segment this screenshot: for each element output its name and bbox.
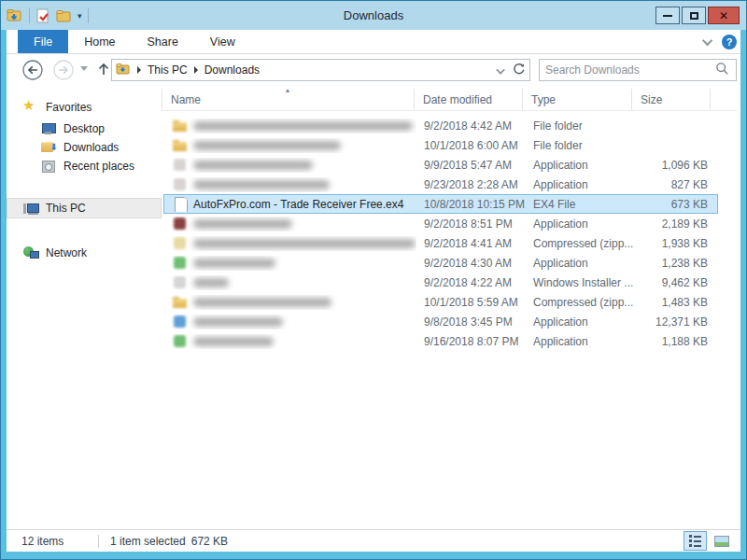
search-icon[interactable]: [715, 62, 729, 78]
type-cell: File folder: [526, 119, 636, 133]
folder-dl-icon: [41, 141, 56, 154]
application-icon: [172, 334, 190, 349]
forward-button[interactable]: [53, 60, 74, 80]
sidebar-item-label: Downloads: [63, 141, 119, 154]
size-cell: 827 KB: [636, 178, 715, 191]
tab-view[interactable]: View: [194, 30, 251, 53]
thumbnails-view-button[interactable]: [710, 531, 733, 551]
date-modified-cell: 9/16/2018 8:07 PM: [416, 335, 526, 348]
titlebar: ▾ Downloads ✕: [1, 1, 746, 30]
file-row[interactable]: 9/8/2018 3:45 PMApplication12,371 KB: [163, 312, 718, 331]
sidebar-item-recent-places[interactable]: Recent places: [7, 157, 162, 175]
date-modified-cell: 10/1/2018 6:00 AM: [416, 139, 526, 152]
type-cell: Application: [526, 335, 636, 348]
thumbnails-view-icon: [714, 536, 729, 547]
file-row[interactable]: 9/2/2018 4:30 AMApplication1,238 KB: [163, 253, 718, 273]
maximize-button[interactable]: [682, 7, 706, 24]
address-bar[interactable]: This PC Downloads: [111, 59, 530, 81]
file-row[interactable]: 9/9/2018 5:47 AMApplication1,096 KB: [163, 155, 718, 175]
back-button[interactable]: [22, 60, 43, 80]
sidebar-item-label: Desktop: [63, 122, 105, 135]
sidebar-item-this-pc[interactable]: This PC: [7, 198, 162, 218]
file-row[interactable]: 9/2/2018 4:22 AMWindows Installer ...9,4…: [163, 273, 718, 292]
column-header-label: Date modified: [423, 93, 492, 106]
date-modified-cell: 10/1/2018 5:59 AM: [416, 296, 526, 309]
file-row[interactable]: 9/23/2018 2:28 AMApplication827 KB: [163, 175, 718, 194]
sidebar-item-label: Favorites: [46, 101, 92, 114]
tab-home[interactable]: Home: [68, 30, 131, 53]
file-row[interactable]: 9/2/2018 4:42 AMFile folder: [163, 116, 718, 135]
sidebar-item-label: This PC: [46, 202, 86, 215]
file-row[interactable]: 10/1/2018 5:59 AMCompressed (zipp...1,48…: [163, 292, 718, 312]
column-header-size[interactable]: Size: [631, 89, 711, 110]
file-list-pane: ▲ Name Date modified Type Size 9/2/2018 …: [162, 85, 740, 529]
type-cell: Windows Installer ...: [526, 276, 636, 289]
recent-locations-chevron-icon[interactable]: [80, 66, 88, 71]
size-cell: 12,371 KB: [636, 315, 715, 329]
date-modified-cell: 9/9/2018 5:47 AM: [416, 159, 526, 172]
breadcrumb-arrow-icon[interactable]: [194, 66, 198, 74]
minimize-icon: [663, 15, 672, 17]
blurred-file-name: [193, 219, 292, 229]
star-icon: [23, 101, 38, 114]
file-row[interactable]: 10/1/2018 6:00 AMFile folder: [163, 135, 718, 155]
file-icon: [172, 197, 190, 212]
minimize-button[interactable]: [655, 7, 680, 24]
status-divider: [98, 535, 99, 548]
sidebar: FavoritesDesktopDownloadsRecent placesTh…: [7, 85, 162, 529]
folder-icon: [172, 295, 190, 310]
maximize-icon: [690, 12, 698, 20]
column-headers: ▲ Name Date modified Type Size: [162, 89, 737, 111]
column-header-type[interactable]: Type: [522, 89, 632, 110]
location-folder-icon: [116, 63, 131, 78]
breadcrumb-downloads[interactable]: Downloads: [204, 63, 260, 77]
file-name-cell: [163, 315, 416, 329]
file-name-cell: [163, 256, 416, 271]
file-row[interactable]: 9/16/2018 8:07 PMApplication1,188 KB: [163, 331, 718, 351]
close-icon: ✕: [719, 10, 728, 21]
blurred-file-name: [193, 317, 283, 327]
tab-share[interactable]: Share: [132, 30, 194, 53]
breadcrumb-arrow-icon[interactable]: [137, 66, 141, 74]
sidebar-gap: [7, 220, 162, 243]
file-name-cell: [163, 158, 416, 173]
file-name-cell: [163, 119, 416, 133]
address-dropdown-chevron-icon[interactable]: [496, 65, 505, 75]
search-input[interactable]: [540, 63, 715, 77]
file-name-cell: [163, 275, 416, 290]
refresh-icon[interactable]: [512, 62, 526, 78]
sidebar-item-downloads[interactable]: Downloads: [7, 138, 162, 157]
application-icon: [172, 177, 190, 192]
sidebar-item-favorites[interactable]: Favorites: [7, 97, 162, 118]
ribbon-tabstrip: File Home Share View ?: [7, 30, 740, 54]
details-view-button[interactable]: [684, 531, 707, 551]
collapse-ribbon-chevron-icon[interactable]: [702, 35, 712, 46]
sidebar-item-desktop[interactable]: Desktop: [7, 119, 162, 138]
net-icon: [23, 246, 38, 259]
close-button[interactable]: ✕: [708, 7, 740, 24]
type-cell: Application: [526, 257, 636, 270]
window-title: Downloads: [1, 1, 746, 30]
type-cell: EX4 File: [526, 198, 636, 211]
type-cell: Application: [526, 178, 636, 191]
column-header-name[interactable]: ▲ Name: [162, 89, 415, 110]
sort-ascending-icon: ▲: [285, 87, 291, 93]
help-icon[interactable]: ?: [722, 35, 737, 49]
file-name-cell: AutoFxPro.com - Trade Receiver Free.ex4: [163, 197, 416, 212]
file-row[interactable]: 9/2/2018 4:41 AMCompressed (zipp...1,938…: [163, 233, 718, 253]
date-modified-cell: 9/8/2018 3:45 PM: [416, 315, 526, 329]
navigation-bar: This PC Downloads: [7, 54, 740, 85]
column-header-label: Type: [531, 93, 556, 106]
date-modified-cell: 10/8/2018 10:15 PM: [416, 198, 526, 211]
file-row[interactable]: AutoFxPro.com - Trade Receiver Free.ex41…: [163, 194, 718, 214]
tab-file[interactable]: File: [18, 30, 68, 53]
selection-size: 672 KB: [191, 535, 228, 548]
sidebar-item-network[interactable]: Network: [7, 243, 162, 263]
size-cell: 9,462 KB: [636, 276, 715, 289]
sidebar-item-label: Network: [46, 246, 87, 259]
breadcrumb-this-pc[interactable]: This PC: [148, 63, 188, 77]
column-header-date-modified[interactable]: Date modified: [414, 89, 523, 110]
blurred-file-name: [193, 298, 331, 307]
folder-icon: [172, 119, 190, 133]
file-row[interactable]: 9/2/2018 8:51 PMApplication2,189 KB: [163, 214, 718, 233]
